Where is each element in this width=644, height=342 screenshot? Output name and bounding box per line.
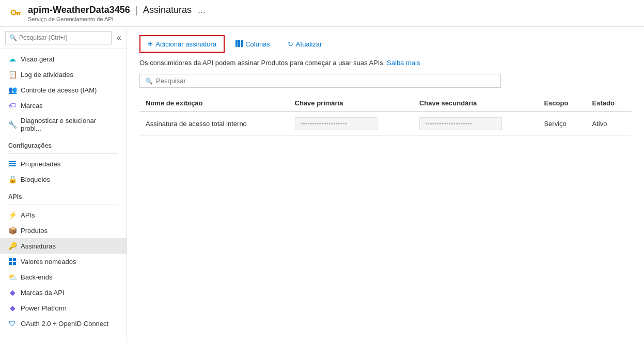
column-estado: Estado <box>586 95 632 112</box>
sidebar-item-oauth[interactable]: 🛡 OAuth 2.0 + OpenID Connect <box>0 316 127 331</box>
section-divider-apis <box>8 205 118 205</box>
svg-rect-6 <box>9 163 16 164</box>
sidebar-item-label: Valores nomeados <box>21 258 76 266</box>
search-bar-icon: 🔍 <box>145 77 153 85</box>
plus-icon: + <box>148 39 152 49</box>
column-chave-primaria: Chave primária <box>289 95 413 112</box>
grid-icon <box>8 257 17 266</box>
search-input[interactable] <box>5 31 112 44</box>
sidebar-item-label: Diagnosticar e solucionar probl... <box>21 117 118 132</box>
sidebar-item-label: Visão geral <box>21 55 54 63</box>
page-header: apim-WeatherData3456 | Assinaturas ... S… <box>0 0 644 27</box>
sidebar-item-marcas[interactable]: 🏷 Marcas <box>0 98 127 113</box>
sidebar-item-propriedades[interactable]: Propriedades <box>0 156 127 172</box>
sidebar-item-log-atividades[interactable]: 📋 Log de atividades <box>0 67 127 82</box>
column-nome: Nome de exibição <box>139 95 289 112</box>
sidebar-item-label: Assinaturas <box>21 242 56 250</box>
search-icon: 🔍 <box>9 34 17 41</box>
cell-chave-primaria: •••••••••••••••••••• <box>289 112 413 136</box>
column-chave-secundaria: Chave secundária <box>413 95 538 112</box>
table-search-input[interactable] <box>156 77 495 85</box>
tag-icon: 🏷 <box>8 101 17 110</box>
columns-button[interactable]: Colunas <box>229 36 277 52</box>
header-title-section: apim-WeatherData3456 | Assinaturas ... S… <box>28 4 206 22</box>
svg-rect-4 <box>17 13 18 15</box>
table-search-bar: 🔍 <box>139 74 501 88</box>
sidebar-item-label: OAuth 2.0 + OpenID Connect <box>21 320 108 328</box>
add-subscription-label: Adicionar assinatura <box>155 40 216 48</box>
sidebar-item-power-platform[interactable]: ◆ Power Platform <box>0 300 127 316</box>
sidebar-item-valores-nomeados[interactable]: Valores nomeados <box>0 254 127 269</box>
cloud-icon: ☁ <box>8 55 17 63</box>
wrench-icon: 🔧 <box>8 120 17 129</box>
cell-escopo: Serviço <box>538 112 586 136</box>
subscriptions-table: Nome de exibição Chave primária Chave se… <box>139 95 632 136</box>
power-platform-icon: ◆ <box>8 304 17 312</box>
svg-rect-2 <box>15 12 21 13</box>
key-icon: 🔑 <box>8 242 17 250</box>
diamond-icon: ◆ <box>8 288 17 297</box>
svg-rect-11 <box>13 262 16 265</box>
svg-rect-3 <box>19 13 20 15</box>
lock-icon: 🔒 <box>8 175 17 183</box>
svg-rect-14 <box>241 40 243 47</box>
people-icon: 👥 <box>8 86 17 94</box>
sidebar-item-label: Marcas da API <box>21 289 65 297</box>
info-text: Os consumidores da API podem assinar Pro… <box>139 59 632 67</box>
cell-estado: Ativo <box>586 112 632 136</box>
sidebar-item-label: Propriedades <box>21 160 60 168</box>
collapse-button[interactable]: « <box>117 33 121 42</box>
learn-more-link[interactable]: Saiba mais <box>387 59 420 67</box>
shield-icon: 🛡 <box>8 319 17 328</box>
sidebar-item-visao-geral[interactable]: ☁ Visão geral <box>0 51 127 67</box>
section-title-apis: APIs <box>0 187 127 203</box>
refresh-button[interactable]: ↻ Atualizar <box>281 37 329 52</box>
cloud-upload-icon: ⛅ <box>8 273 17 281</box>
list-icon: 📋 <box>8 70 17 79</box>
sidebar-item-label: Log de atividades <box>21 71 73 79</box>
resource-name: apim-WeatherData3456 <box>28 5 130 15</box>
sidebar-item-label: Controle de acesso (IAM) <box>21 86 97 94</box>
svg-rect-10 <box>9 262 12 265</box>
lightning-icon: ⚡ <box>8 211 17 219</box>
sidebar-item-controle-acesso[interactable]: 👥 Controle de acesso (IAM) <box>0 82 127 98</box>
bars-icon <box>8 160 17 168</box>
service-description: Serviço de Gerenciamento de API <box>28 16 206 22</box>
sidebar-item-label: Bloqueios <box>21 176 50 183</box>
sidebar-item-bloqueios[interactable]: 🔒 Bloqueios <box>0 172 127 187</box>
column-escopo: Escopo <box>538 95 586 112</box>
sidebar-item-label: Power Platform <box>21 304 67 312</box>
more-options-button[interactable]: ... <box>198 5 206 15</box>
secondary-key-mask: •••••••••••••••••••• <box>419 117 502 130</box>
sidebar-item-back-ends[interactable]: ⛅ Back-ends <box>0 269 127 285</box>
add-subscription-button[interactable]: + Adicionar assinatura <box>139 35 225 53</box>
header-separator: | <box>135 4 138 16</box>
toolbar: + Adicionar assinatura Colunas ↻ Atualiz… <box>139 35 632 53</box>
sidebar-item-marcas-api[interactable]: ◆ Marcas da API <box>0 285 127 300</box>
table-header-row: Nome de exibição Chave primária Chave se… <box>139 95 632 112</box>
cell-nome: Assinatura de acesso total interno <box>139 112 289 136</box>
service-icon <box>8 6 23 21</box>
svg-rect-7 <box>9 165 16 166</box>
svg-rect-12 <box>235 40 238 47</box>
box-icon: 📦 <box>8 226 17 235</box>
cell-chave-secundaria: •••••••••••••••••••• <box>413 112 538 136</box>
page-title: Assinaturas <box>143 5 192 15</box>
svg-rect-8 <box>9 258 12 261</box>
columns-icon <box>235 40 243 49</box>
columns-label: Colunas <box>245 40 270 48</box>
main-container: 🔍 « ☁ Visão geral 📋 Log de atividades 👥 … <box>0 27 644 342</box>
primary-key-mask: •••••••••••••••••••• <box>295 117 378 130</box>
sidebar-item-label: Back-ends <box>21 273 52 281</box>
sidebar-item-apis[interactable]: ⚡ APIs <box>0 207 127 223</box>
refresh-icon: ↻ <box>288 40 293 48</box>
sidebar: 🔍 « ☁ Visão geral 📋 Log de atividades 👥 … <box>0 27 127 342</box>
section-divider <box>8 153 118 154</box>
table-row[interactable]: Assinatura de acesso total interno •••••… <box>139 112 632 136</box>
sidebar-search-container: 🔍 « <box>0 27 127 49</box>
sidebar-item-assinaturas[interactable]: 🔑 Assinaturas <box>0 238 127 254</box>
sidebar-item-label: Marcas <box>21 102 43 110</box>
sidebar-item-produtos[interactable]: 📦 Produtos <box>0 223 127 238</box>
sidebar-item-diagnosticar[interactable]: 🔧 Diagnosticar e solucionar probl... <box>0 113 127 136</box>
sidebar-item-label: APIs <box>21 211 35 219</box>
